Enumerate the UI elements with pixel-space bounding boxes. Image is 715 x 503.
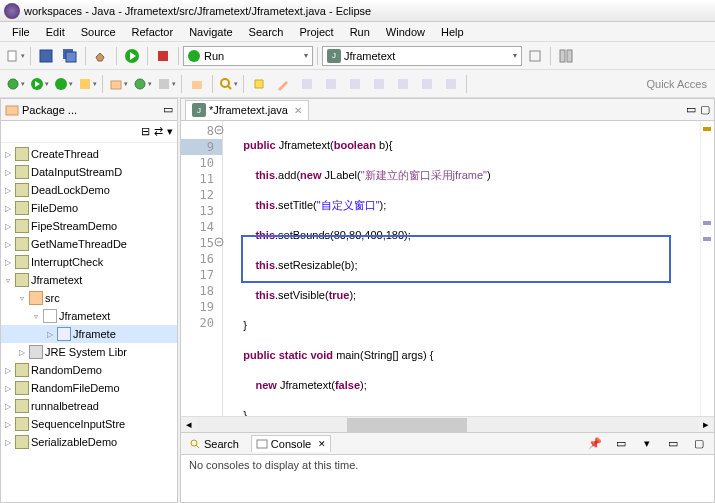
tree-item-fipestreamdemo[interactable]: ▷FipeStreamDemo	[1, 217, 177, 235]
editor-area: J *Jframetext.java ✕ ▭ ▢ 891011121314151…	[180, 98, 715, 503]
coverage-dropdown[interactable]: ▾	[76, 73, 98, 95]
svg-rect-19	[302, 79, 312, 89]
tree-item-runnalbetread[interactable]: ▷runnalbetread	[1, 397, 177, 415]
horizontal-scrollbar[interactable]: ◂ ▸	[181, 416, 714, 432]
display-console-button[interactable]: ▭	[610, 433, 632, 455]
build-button[interactable]	[90, 45, 112, 67]
pin-console-button[interactable]: 📌	[584, 433, 606, 455]
run-button[interactable]	[121, 45, 143, 67]
package-explorer-label: Package ...	[22, 104, 77, 116]
toggle-button-f[interactable]	[416, 73, 438, 95]
svg-rect-22	[374, 79, 384, 89]
toolbar-2: ▾ ▾ ▾ ▾ ▾ ▾ ▾ ▾ Quick Acces	[0, 70, 715, 98]
package-tree[interactable]: ▷CreateThread▷DataInputStreamD▷DeadLockD…	[1, 143, 177, 502]
java-file-icon: J	[192, 103, 206, 117]
toggle-button-a[interactable]	[296, 73, 318, 95]
minimize-icon[interactable]: ▭	[163, 103, 173, 116]
new-misc-button[interactable]: ▾	[155, 73, 177, 95]
search-button[interactable]: ▾	[217, 73, 239, 95]
tree-item-deadlockdemo[interactable]: ▷DeadLockDemo	[1, 181, 177, 199]
close-icon[interactable]: ✕	[294, 105, 302, 116]
toggle-button-g[interactable]	[440, 73, 462, 95]
close-icon[interactable]: ✕	[318, 439, 326, 449]
code-editor[interactable]: 891011121314151617181920 public Jframete…	[181, 121, 714, 416]
toggle-button-d[interactable]	[368, 73, 390, 95]
tree-item-randomdemo[interactable]: ▷RandomDemo	[1, 361, 177, 379]
svg-rect-33	[257, 440, 267, 448]
menu-file[interactable]: File	[4, 24, 38, 40]
menu-help[interactable]: Help	[433, 24, 472, 40]
menu-refactor[interactable]: Refactor	[124, 24, 182, 40]
svg-rect-8	[567, 50, 572, 62]
svg-rect-6	[530, 51, 540, 61]
save-all-button[interactable]	[59, 45, 81, 67]
toggle-mark-button[interactable]	[248, 73, 270, 95]
menubar: File Edit Source Refactor Navigate Searc…	[0, 22, 715, 42]
window-title: workspaces - Java - Jframetext/src/Jfram…	[24, 5, 371, 17]
svg-line-18	[228, 86, 231, 89]
menu-source[interactable]: Source	[73, 24, 124, 40]
tree-item-getnamethreadde[interactable]: ▷GetNameThreadDe	[1, 235, 177, 253]
editor-tab[interactable]: J *Jframetext.java ✕	[185, 100, 309, 120]
console-icon	[256, 438, 268, 450]
link-editor-icon[interactable]: ⇄	[154, 125, 163, 138]
menu-window[interactable]: Window	[378, 24, 433, 40]
tree-item-filedemo[interactable]: ▷FileDemo	[1, 199, 177, 217]
menu-run[interactable]: Run	[342, 24, 378, 40]
tree-item-createthread[interactable]: ▷CreateThread	[1, 145, 177, 163]
new-package-button[interactable]: ▾	[107, 73, 129, 95]
tree-item-src[interactable]: ▿src	[1, 289, 177, 307]
tree-item-sequenceinputstre[interactable]: ▷SequenceInputStre	[1, 415, 177, 433]
package-explorer-tab[interactable]: Package ... ▭	[1, 99, 177, 121]
tree-item-datainputstreamd[interactable]: ▷DataInputStreamD	[1, 163, 177, 181]
tree-item-jframete[interactable]: ▷Jframete	[1, 325, 177, 343]
minimize-icon[interactable]: ▭	[686, 103, 696, 116]
view-menu-icon[interactable]: ▾	[167, 125, 173, 138]
quick-access[interactable]: Quick Acces	[646, 78, 711, 90]
tree-item-jre-system-libr[interactable]: ▷JRE System Libr	[1, 343, 177, 361]
max-button[interactable]: ▢	[688, 433, 710, 455]
open-console-button[interactable]: ▾	[636, 433, 658, 455]
console-tab[interactable]: Console ✕	[251, 435, 331, 452]
config-button[interactable]	[524, 45, 546, 67]
tree-item-randomfiledemo[interactable]: ▷RandomFileDemo	[1, 379, 177, 397]
min-button[interactable]: ▭	[662, 433, 684, 455]
menu-project[interactable]: Project	[291, 24, 341, 40]
svg-rect-0	[8, 51, 16, 61]
new-button[interactable]: ▾	[4, 45, 26, 67]
svg-rect-20	[326, 79, 336, 89]
maximize-icon[interactable]: ▢	[700, 103, 710, 116]
search-tab[interactable]: Search	[185, 436, 243, 452]
collapse-all-icon[interactable]: ⊟	[141, 125, 150, 138]
toolbar-1: ▾ Run ▾ J Jframetext ▾	[0, 42, 715, 70]
tree-item-jframetext[interactable]: ▿Jframetext	[1, 271, 177, 289]
run-last[interactable]: ▾	[52, 73, 74, 95]
console-panel: Search Console ✕ 📌 ▭ ▾ ▭ ▢ No consoles t…	[181, 432, 714, 502]
open-type-button[interactable]	[186, 73, 208, 95]
overview-ruler[interactable]	[700, 121, 714, 416]
run-dropdown[interactable]: ▾	[28, 73, 50, 95]
launch-config-combo[interactable]: J Jframetext ▾	[322, 46, 522, 66]
new-class-button[interactable]: ▾	[131, 73, 153, 95]
save-button[interactable]	[35, 45, 57, 67]
tree-item-serializabledemo[interactable]: ▷SerializableDemo	[1, 433, 177, 451]
line-gutter: 891011121314151617181920	[181, 121, 223, 416]
tree-item-jframetext[interactable]: ▿Jframetext	[1, 307, 177, 325]
tree-item-interruptcheck[interactable]: ▷InterruptCheck	[1, 253, 177, 271]
perspective-button[interactable]	[555, 45, 577, 67]
debug-dropdown[interactable]: ▾	[4, 73, 26, 95]
svg-rect-24	[422, 79, 432, 89]
editor-tab-label: *Jframetext.java	[209, 104, 288, 116]
java-file-icon: J	[327, 49, 341, 63]
toggle-button-c[interactable]	[344, 73, 366, 95]
toggle-button-e[interactable]	[392, 73, 414, 95]
stop-button[interactable]	[152, 45, 174, 67]
menu-edit[interactable]: Edit	[38, 24, 73, 40]
run-config-combo[interactable]: Run ▾	[183, 46, 313, 66]
svg-rect-13	[111, 81, 121, 89]
toggle-button-b[interactable]	[320, 73, 342, 95]
menu-navigate[interactable]: Navigate	[181, 24, 240, 40]
menu-search[interactable]: Search	[241, 24, 292, 40]
wand-button[interactable]	[272, 73, 294, 95]
code-content[interactable]: public Jframetext(boolean b){ this.add(n…	[223, 121, 700, 416]
